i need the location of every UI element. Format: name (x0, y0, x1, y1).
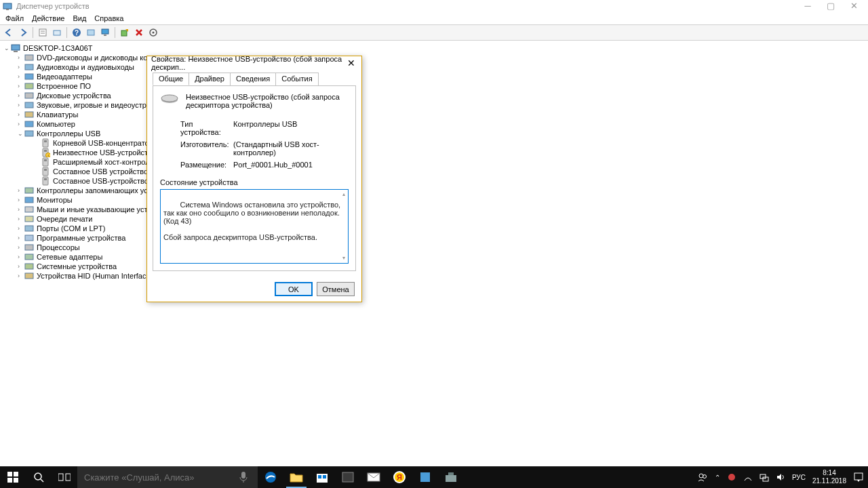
caret-icon[interactable]: ⌄ (4, 43, 11, 53)
tray-icon-1[interactable] (727, 472, 736, 482)
properties-button[interactable] (37, 26, 49, 39)
taskbar-app-generic3[interactable] (438, 466, 464, 488)
search-input[interactable] (84, 472, 239, 483)
scroll-up-icon[interactable]: ▴ (340, 190, 347, 199)
tree-item[interactable]: › Мыши и иные указывающие устрой (0, 205, 868, 214)
status-scrollbar[interactable]: ▴ ▾ (340, 190, 347, 262)
ok-button[interactable]: OK (275, 282, 313, 296)
caret-icon[interactable]: › (18, 262, 24, 271)
caret-icon[interactable]: › (18, 214, 24, 224)
taskbar-app-edge[interactable] (258, 466, 283, 488)
tree-item[interactable]: › Очереди печати (0, 214, 868, 224)
tab-details[interactable]: Сведения (230, 73, 276, 85)
notifications-icon[interactable] (853, 472, 864, 483)
caret-icon[interactable]: › (18, 243, 24, 252)
tree-item[interactable]: › Встроенное ПО (0, 81, 868, 91)
volume-icon[interactable] (776, 472, 785, 482)
language-indicator[interactable]: РУС (792, 474, 806, 481)
help-button[interactable]: ? (71, 26, 83, 39)
tree-subitem[interactable]: ! Неизвестное USB-устройство (сбо (0, 148, 868, 157)
forward-button[interactable] (17, 26, 29, 39)
usb-device-icon: ! (41, 148, 50, 157)
close-button[interactable]: ✕ (842, 0, 865, 12)
search-box[interactable] (77, 466, 258, 488)
tab-general[interactable]: Общие (153, 73, 189, 85)
dialog-close-button[interactable]: ✕ (346, 58, 357, 68)
tree-item[interactable]: › DVD-дисководы и дисководы компа (0, 53, 868, 62)
tree-item[interactable]: ⌄ Контроллеры USB (0, 129, 868, 138)
tree-subitem[interactable]: Корневой USB-концентратор (USB (0, 138, 868, 148)
caret-icon[interactable]: › (18, 91, 24, 100)
uninstall-button[interactable] (133, 26, 145, 39)
start-button[interactable] (0, 466, 26, 488)
tree-item[interactable]: › Программные устройства (0, 233, 868, 243)
tree-item[interactable]: › Сетевые адаптеры (0, 252, 868, 262)
microphone-icon[interactable] (239, 471, 251, 483)
taskbar-app-generic2[interactable] (412, 466, 438, 488)
tree-subitem[interactable]: Составное USB-устройство (0, 176, 868, 186)
caret-icon[interactable]: › (18, 72, 24, 81)
search-icon[interactable] (26, 466, 52, 488)
tree-subitem[interactable]: Составное USB устройство (0, 167, 868, 176)
tree-item[interactable]: › Компьютер (0, 119, 868, 129)
tray-icon-2[interactable] (743, 472, 753, 482)
clock[interactable]: 8:14 21.11.2018 (812, 469, 846, 485)
taskbar-app-explorer[interactable] (283, 466, 309, 488)
caret-icon[interactable]: › (18, 81, 24, 91)
hardware-button[interactable] (85, 26, 97, 39)
taskbar-app-store[interactable] (309, 466, 335, 488)
tab-events[interactable]: События (275, 73, 318, 85)
tree-item[interactable]: › Процессоры (0, 243, 868, 252)
minimize-button[interactable]: ─ (796, 0, 819, 12)
tree-item[interactable]: › Системные устройства (0, 262, 868, 271)
device-tree[interactable]: ⌄ DESKTOP-1C3A06T › DVD-дисководы и диск… (0, 41, 868, 466)
caret-icon[interactable]: › (18, 252, 24, 262)
tree-item[interactable]: › Контроллеры запоминающих устро (0, 186, 868, 195)
taskbar-app-generic1[interactable] (335, 466, 361, 488)
chevron-up-icon[interactable]: ⌃ (715, 474, 720, 481)
update-driver-button[interactable] (119, 26, 131, 39)
caret-icon[interactable]: › (18, 62, 24, 72)
back-button[interactable] (3, 26, 15, 39)
scroll-down-icon[interactable]: ▾ (340, 254, 347, 262)
dialog-titlebar[interactable]: Свойства: Неизвестное USB-устройство (сб… (147, 56, 361, 70)
caret-icon[interactable]: › (18, 224, 24, 233)
network-icon[interactable] (760, 472, 769, 482)
tree-item[interactable]: › Порты (COM и LPT) (0, 224, 868, 233)
tree-item[interactable]: › Дисковые устройства (0, 91, 868, 100)
tree-item[interactable]: › Аудиовходы и аудиовыходы (0, 62, 868, 72)
tree-item[interactable]: › Видеоадаптеры (0, 72, 868, 81)
tree-root[interactable]: ⌄ DESKTOP-1C3A06T (0, 43, 868, 53)
maximize-button[interactable]: ▢ (819, 0, 842, 12)
caret-icon[interactable]: › (18, 233, 24, 243)
menu-file[interactable]: Файл (5, 14, 24, 22)
tree-subitem[interactable]: Расширяемый хост-контроллер I (0, 157, 868, 167)
tree-item[interactable]: › Мониторы (0, 195, 868, 205)
menu-help[interactable]: Справка (94, 14, 123, 22)
people-icon[interactable] (697, 472, 708, 483)
caret-icon[interactable]: › (18, 110, 24, 119)
menu-view[interactable]: Вид (73, 14, 86, 22)
caret-icon[interactable]: › (18, 119, 24, 129)
taskbar-app-yandex[interactable]: Я (387, 466, 412, 488)
tree-item[interactable]: › Клавиатуры (0, 110, 868, 119)
monitor-icon[interactable] (99, 26, 111, 39)
taskbar-app-mail[interactable] (361, 466, 387, 488)
show-hidden-button[interactable] (51, 26, 63, 39)
caret-icon[interactable]: › (18, 271, 24, 281)
caret-icon[interactable]: › (18, 186, 24, 195)
caret-icon[interactable]: › (18, 205, 24, 214)
caret-icon[interactable]: › (18, 53, 24, 62)
scan-hardware-button[interactable] (147, 26, 159, 39)
cancel-button[interactable]: Отмена (317, 282, 355, 296)
tab-driver[interactable]: Драйвер (189, 73, 231, 85)
tree-item[interactable]: › Устройства HID (Human Interface Dev (0, 271, 868, 281)
caret-icon[interactable]: › (18, 100, 24, 110)
status-textbox[interactable]: Система Windows остановила это устройств… (160, 189, 349, 264)
caret-icon[interactable]: ⌄ (18, 129, 24, 138)
tree-item[interactable]: › Звуковые, игровые и видеоустройст (0, 100, 868, 110)
caret-icon[interactable]: › (18, 195, 24, 205)
menu-action[interactable]: Действие (32, 14, 64, 22)
device-category-icon (24, 100, 34, 110)
task-view-button[interactable] (52, 466, 77, 488)
